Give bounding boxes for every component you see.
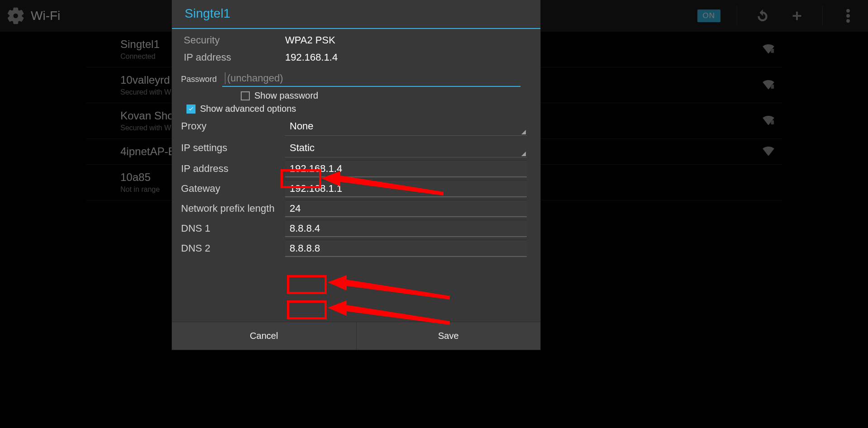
divider	[737, 6, 737, 25]
ipaddress-input[interactable]: 192.168.1.4	[285, 160, 527, 177]
wifi-signal-icon	[762, 43, 775, 55]
cancel-button[interactable]: Cancel	[172, 322, 357, 350]
svg-point-1	[847, 14, 849, 17]
ipsettings-label: IP settings	[181, 142, 285, 154]
chevron-down-icon	[521, 130, 526, 134]
wifi-signal-icon	[762, 146, 775, 157]
security-label: Security	[184, 34, 281, 46]
dns1-input[interactable]: 8.8.8.4	[285, 220, 527, 237]
dialog-buttons: Cancel Save	[172, 322, 540, 350]
svg-rect-5	[771, 120, 774, 124]
dialog-body: Security WPA2 PSK IP address 192.168.1.4…	[172, 29, 540, 322]
dialog-title: Singtel1	[185, 6, 528, 21]
svg-point-0	[847, 10, 849, 12]
password-placeholder: (unchanged)	[227, 72, 283, 84]
gateway-input[interactable]: 192.168.1.1	[285, 180, 527, 197]
save-button[interactable]: Save	[357, 322, 541, 350]
ipsettings-dropdown[interactable]: Static	[285, 138, 527, 157]
svg-rect-4	[771, 85, 774, 89]
wifi-name: 10a85	[120, 171, 160, 184]
add-network-icon[interactable]	[788, 7, 806, 25]
wifi-name: 4ipnetAP-B	[120, 145, 175, 158]
svg-point-2	[847, 19, 849, 22]
proxy-value: None	[290, 120, 314, 132]
show-password-label: Show password	[254, 90, 318, 101]
dns1-label: DNS 1	[181, 223, 285, 234]
divider	[822, 6, 823, 25]
wifi-toggle[interactable]: ON	[697, 10, 721, 22]
overflow-menu-icon[interactable]	[839, 7, 857, 25]
page-title: Wi-Fi	[31, 9, 60, 23]
wifi-config-dialog: Singtel1 Security WPA2 PSK IP address 19…	[172, 0, 540, 350]
settings-gear-icon[interactable]	[6, 6, 25, 25]
wifi-name: Singtel1	[120, 38, 160, 51]
show-advanced-row[interactable]: Show advanced options	[186, 104, 536, 114]
dns2-input[interactable]: 8.8.8.8	[285, 240, 527, 257]
show-advanced-checkbox[interactable]	[186, 105, 196, 114]
wifi-status: Connected	[120, 52, 160, 61]
ipsettings-value: Static	[290, 142, 315, 154]
password-label: Password	[181, 75, 217, 87]
proxy-dropdown[interactable]: None	[285, 117, 527, 136]
refresh-icon[interactable]	[754, 7, 772, 25]
ipaddress-label: IP address	[181, 163, 285, 175]
ipaddress-info-value: 192.168.1.4	[285, 52, 338, 63]
proxy-label: Proxy	[181, 120, 285, 132]
security-value: WPA2 PSK	[285, 34, 335, 46]
prefix-input[interactable]: 24	[285, 200, 527, 217]
prefix-label: Network prefix length	[181, 203, 285, 214]
show-advanced-label: Show advanced options	[200, 104, 296, 114]
show-password-row[interactable]: Show password	[241, 90, 536, 101]
gateway-label: Gateway	[181, 183, 285, 195]
svg-rect-3	[771, 49, 774, 53]
chevron-down-icon	[521, 152, 526, 156]
show-password-checkbox[interactable]	[241, 91, 250, 100]
wifi-status: Not in range	[120, 185, 160, 194]
wifi-signal-icon	[762, 115, 775, 127]
dns2-label: DNS 2	[181, 243, 285, 254]
dialog-header: Singtel1	[172, 0, 540, 28]
password-input[interactable]: (unchanged)	[222, 71, 520, 87]
ipaddress-info-label: IP address	[184, 52, 281, 63]
wifi-signal-icon	[762, 79, 775, 91]
